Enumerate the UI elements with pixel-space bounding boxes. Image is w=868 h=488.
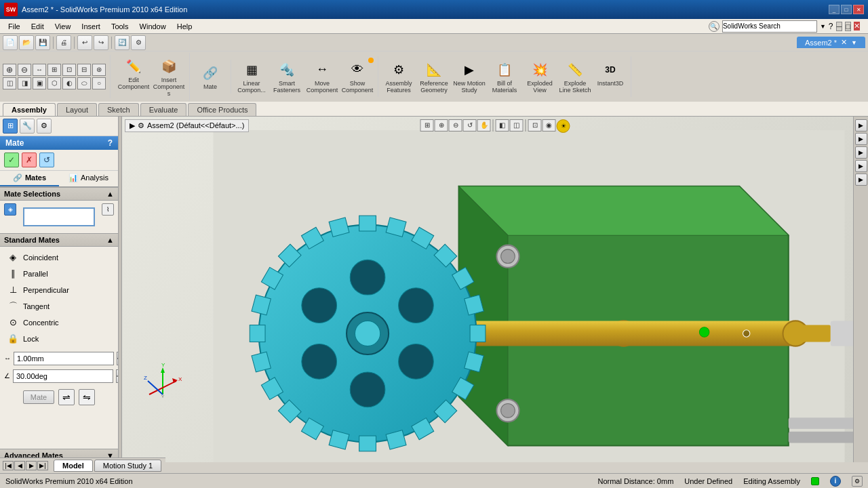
statusbar-settings-icon[interactable]: ⚙ bbox=[852, 476, 863, 487]
tangent-option[interactable]: ⌒ Tangent bbox=[4, 298, 114, 314]
close-button[interactable]: ✕ bbox=[853, 5, 864, 14]
menu-edit[interactable]: Edit bbox=[26, 19, 50, 33]
bill-of-materials-tool[interactable]: 📋 Bill of Materials bbox=[487, 56, 522, 97]
config-manager-icon[interactable]: ⚙ bbox=[37, 119, 52, 134]
view-pan[interactable]: ✋ bbox=[477, 119, 491, 131]
move-component-tool[interactable]: ↔ Move Component bbox=[304, 56, 340, 97]
tab-analysis[interactable]: 📊 Analysis bbox=[59, 171, 118, 186]
menu-file[interactable]: File bbox=[3, 19, 26, 33]
view-zoom-in[interactable]: ⊕ bbox=[435, 119, 448, 131]
view-camera[interactable]: ◉ bbox=[542, 119, 556, 131]
standard-mates-collapse-icon[interactable]: ▲ bbox=[106, 236, 114, 244]
angle-input[interactable] bbox=[13, 369, 113, 383]
view-ctrl-11[interactable]: ⬡ bbox=[47, 77, 61, 89]
menu-window[interactable]: Window bbox=[134, 19, 172, 33]
tab-sketch[interactable]: Sketch bbox=[98, 103, 139, 116]
view-ctrl-7[interactable]: ⊛ bbox=[92, 64, 106, 76]
view-rotate[interactable]: ↺ bbox=[463, 119, 477, 131]
new-button[interactable]: 📄 bbox=[3, 35, 18, 50]
property-manager-icon[interactable]: 🔧 bbox=[20, 119, 35, 134]
window-max-btn[interactable]: □ bbox=[845, 22, 851, 31]
view-ctrl-9[interactable]: ◨ bbox=[18, 77, 31, 89]
linear-component-tool[interactable]: ▦ Linear Compon... bbox=[234, 56, 269, 97]
bottom-tab-motion-study[interactable]: Motion Study 1 bbox=[94, 460, 161, 472]
view-ctrl-8[interactable]: ◫ bbox=[3, 77, 16, 89]
undo-button[interactable]: ↩ bbox=[77, 35, 92, 50]
right-btn-2[interactable]: ▶ bbox=[855, 133, 867, 145]
view-ctrl-1[interactable]: ⊕ bbox=[3, 64, 16, 76]
selections-collapse-icon[interactable]: ▲ bbox=[106, 190, 114, 198]
concentric-option[interactable]: ⊙ Concentric bbox=[4, 314, 114, 331]
view-ctrl-13[interactable]: ⬭ bbox=[77, 77, 91, 89]
instant3d-tool[interactable]: 3D Instant3D bbox=[593, 56, 628, 90]
menu-help[interactable]: Help bbox=[172, 19, 198, 33]
view-sun-icon[interactable]: ☀ bbox=[557, 119, 570, 133]
view-ctrl-3[interactable]: ↔ bbox=[33, 64, 46, 76]
edit-component-tool[interactable]: ✏️ Edit Component bbox=[116, 53, 151, 94]
tab-assembly[interactable]: Assembly bbox=[3, 103, 56, 116]
lock-option[interactable]: 🔒 Lock bbox=[4, 331, 114, 347]
view-ctrl-10[interactable]: ▣ bbox=[33, 77, 46, 89]
view-ctrl-14[interactable]: ○ bbox=[92, 77, 106, 89]
new-motion-study-tool[interactable]: ▶ New Motion Study bbox=[452, 56, 487, 97]
menu-tools[interactable]: Tools bbox=[106, 19, 134, 33]
mate-tool[interactable]: 🔗 Mate bbox=[193, 60, 228, 94]
save-button[interactable]: 💾 bbox=[35, 35, 50, 50]
view-zoom-out[interactable]: ⊖ bbox=[449, 119, 462, 131]
selections-input-box[interactable] bbox=[23, 207, 95, 226]
confirm-button[interactable]: ✓ bbox=[4, 152, 19, 167]
align-button[interactable]: ⇋ bbox=[79, 389, 95, 405]
view-ctrl-6[interactable]: ⊟ bbox=[77, 64, 91, 76]
statusbar-info-icon[interactable]: i bbox=[830, 476, 841, 487]
options-button[interactable]: ⚙ bbox=[131, 35, 146, 50]
help-button[interactable]: ? bbox=[829, 22, 833, 31]
view-ctrl-4[interactable]: ⊞ bbox=[47, 64, 61, 76]
view-zoom-to-fit[interactable]: ⊞ bbox=[420, 119, 434, 131]
exploded-view-tool[interactable]: 💥 Exploded View bbox=[522, 56, 557, 97]
perpendicular-option[interactable]: ⊥ Perpendicular bbox=[4, 282, 114, 298]
coincident-option[interactable]: ◈ Coincident bbox=[4, 249, 114, 266]
mate-btn[interactable]: Mate bbox=[23, 390, 54, 404]
right-btn-5[interactable]: ▶ bbox=[855, 174, 867, 186]
search-arrow-icon[interactable]: ▼ bbox=[820, 23, 826, 30]
select-edges-icon[interactable]: ⌇ bbox=[102, 203, 114, 216]
mate-help-icon[interactable]: ? bbox=[108, 138, 113, 148]
expand-icon[interactable]: ▶ bbox=[130, 121, 135, 130]
redo-button[interactable]: ↪ bbox=[94, 35, 108, 50]
tab-mates[interactable]: 🔗 Mates bbox=[0, 171, 59, 186]
feature-manager-icon[interactable]: ⊞ bbox=[3, 119, 18, 134]
redo-button[interactable]: ↺ bbox=[39, 152, 54, 167]
view-ctrl-12[interactable]: ◐ bbox=[62, 77, 76, 89]
minimize-button[interactable]: _ bbox=[829, 5, 840, 14]
nav-prev-button[interactable]: ◀ bbox=[14, 461, 25, 470]
parallel-option[interactable]: ∥ Parallel bbox=[4, 266, 114, 282]
tab-evaluate[interactable]: Evaluate bbox=[140, 103, 187, 116]
maximize-button[interactable]: □ bbox=[841, 5, 852, 14]
assembly-features-tool[interactable]: ⚙ Assembly Features bbox=[381, 56, 416, 97]
menu-insert[interactable]: Insert bbox=[76, 19, 106, 33]
menu-view[interactable]: View bbox=[50, 19, 77, 33]
tab-layout[interactable]: Layout bbox=[57, 103, 97, 116]
view-section[interactable]: ⊡ bbox=[528, 119, 542, 131]
cancel-button[interactable]: ✗ bbox=[22, 152, 37, 167]
open-button[interactable]: 📂 bbox=[19, 35, 34, 50]
show-component-tool[interactable]: 👁 Show Component bbox=[340, 56, 375, 97]
right-btn-4[interactable]: ▶ bbox=[855, 160, 867, 172]
viewport[interactable]: ▶ ⚙ Assem2 (Défaut<<Défaut>...) ⊞ ⊕ ⊖ ↺ … bbox=[122, 117, 868, 462]
doc-tab[interactable]: Assem2 * ✕ ▼ bbox=[797, 37, 865, 48]
window-close-btn[interactable]: ✕ bbox=[854, 22, 860, 30]
rebuild-button[interactable]: 🔄 bbox=[115, 35, 130, 50]
view-hidden[interactable]: ◫ bbox=[510, 119, 524, 131]
view-ctrl-5[interactable]: ⊡ bbox=[62, 64, 76, 76]
distance-input[interactable] bbox=[14, 352, 114, 365]
explode-line-sketch-tool[interactable]: 📏 Explode Line Sketch bbox=[557, 56, 593, 97]
view-ctrl-2[interactable]: ⊖ bbox=[18, 64, 31, 76]
flip-button[interactable]: ⇌ bbox=[58, 389, 75, 405]
select-faces-icon[interactable]: ◈ bbox=[4, 203, 16, 216]
nav-next-button[interactable]: ▶ bbox=[26, 461, 37, 470]
window-restore-btn[interactable]: ─ bbox=[836, 22, 843, 31]
right-btn-3[interactable]: ▶ bbox=[855, 146, 867, 159]
reference-geometry-tool[interactable]: 📐 Reference Geometry bbox=[416, 56, 452, 97]
bottom-tab-model[interactable]: Model bbox=[54, 460, 93, 472]
right-btn-1[interactable]: ▶ bbox=[855, 119, 867, 131]
